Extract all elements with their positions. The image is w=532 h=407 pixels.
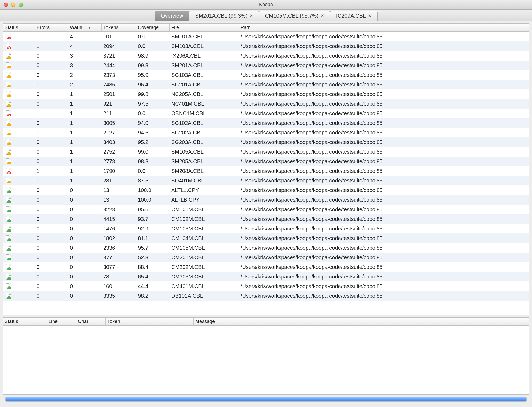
tab-label: Overview <box>161 13 183 19</box>
cell-tokens: 2444 <box>102 62 136 69</box>
warn-badge-icon: ! <box>7 162 11 164</box>
table-row[interactable]: !01340395.2SG203A.CBL/Users/kris/workspa… <box>3 137 529 147</box>
table-row[interactable]: !01275299.0SM105A.CBL/Users/kris/workspa… <box>3 147 529 157</box>
table-row[interactable]: !01212794.6SG202A.CBL/Users/kris/workspa… <box>3 128 529 137</box>
tab-file-1[interactable]: SM201A.CBL (99.3%)✕ <box>189 11 259 21</box>
table-row[interactable]: 0037752.3CM201M.CBL/Users/kris/workspace… <box>3 253 529 262</box>
table-row[interactable]: ✕141010.0SM101A.CBL/Users/kris/workspace… <box>3 32 529 41</box>
cell-coverage: 96.4 <box>136 82 170 88</box>
cell-coverage: 95.9 <box>136 72 170 78</box>
close-window-button[interactable] <box>4 3 8 7</box>
cell-errors: 0 <box>35 226 68 232</box>
cell-tokens: 2373 <box>102 72 136 78</box>
file-status-icon: ! <box>6 130 11 135</box>
error-badge-icon: ✕ <box>7 46 11 49</box>
cell-errors: 0 <box>35 216 68 222</box>
tab-label: IC209A.CBL <box>336 13 366 19</box>
tab-file-2[interactable]: CM105M.CBL (95.7%)✕ <box>259 11 330 21</box>
table-row[interactable]: !01300594.0SG102A.CBL/Users/kris/workspa… <box>3 118 529 128</box>
cell-coverage: 0.0 <box>136 34 170 40</box>
col-header-coverage[interactable]: Coverage <box>136 24 170 31</box>
table-row[interactable]: 00441593.7CM102M.CBL/Users/kris/workspac… <box>3 214 529 224</box>
col-header-warnings[interactable]: Warni… ▼ <box>68 24 102 31</box>
cell-warnings: 0 <box>68 235 102 241</box>
col-header-tokens[interactable]: Tokens <box>102 24 136 31</box>
col-header-detail-line[interactable]: Line <box>47 318 76 325</box>
cell-path: /Users/kris/workspaces/koopa/koopa-code/… <box>239 293 529 299</box>
cell-status <box>3 293 35 299</box>
table-row[interactable]: 00322895.6CM101M.CBL/Users/kris/workspac… <box>3 205 529 214</box>
cell-tokens: 2778 <box>102 158 136 165</box>
cell-path: /Users/kris/workspaces/koopa/koopa-code/… <box>239 62 529 69</box>
file-status-icon: ! <box>6 82 11 87</box>
table-row[interactable]: ✕1420940.0SM103A.CBL/Users/kris/workspac… <box>3 41 529 51</box>
cell-tokens: 1802 <box>102 235 136 241</box>
tab-close-icon[interactable]: ✕ <box>368 13 371 18</box>
tab-close-icon[interactable]: ✕ <box>321 13 324 18</box>
table-row[interactable]: !0192197.5NC401M.CBL/Users/kris/workspac… <box>3 99 529 109</box>
col-header-detail-message[interactable]: Message <box>194 318 529 325</box>
error-badge-icon: ✕ <box>7 171 11 174</box>
ok-badge-icon <box>7 200 11 203</box>
col-header-path[interactable]: Path <box>239 24 529 31</box>
table-row[interactable]: 00180281.1CM104M.CBL/Users/kris/workspac… <box>3 233 529 243</box>
cell-status: ! <box>3 101 35 107</box>
table-row[interactable]: 00333598.2DB101A.CBL/Users/kris/workspac… <box>3 291 529 301</box>
cell-coverage: 95.6 <box>136 206 170 213</box>
cell-file: CM401M.CBL <box>170 283 239 289</box>
table-row[interactable]: 0016044.4CM401M.CBL/Users/kris/workspace… <box>3 281 529 291</box>
table-row[interactable]: 00147692.9CM103M.CBL/Users/kris/workspac… <box>3 224 529 233</box>
cell-errors: 0 <box>35 53 68 59</box>
col-header-detail-token[interactable]: Token <box>106 318 194 325</box>
table-row[interactable]: 0013100.0ALTL1.CPY/Users/kris/workspaces… <box>3 185 529 195</box>
cell-coverage: 0.0 <box>136 43 170 49</box>
table-row[interactable]: !02237395.9SG103A.CBL/Users/kris/workspa… <box>3 70 529 80</box>
col-header-errors[interactable]: Errors <box>35 24 68 31</box>
table-row[interactable]: ✕1117900.0SM208A.CBL/Users/kris/workspac… <box>3 166 529 176</box>
minimize-window-button[interactable] <box>11 3 15 7</box>
warn-badge-icon: ! <box>7 94 11 97</box>
zoom-window-button[interactable] <box>19 3 23 7</box>
cell-tokens: 13 <box>102 197 136 203</box>
table-row[interactable]: 00233695.7CM105M.CBL/Users/kris/workspac… <box>3 243 529 253</box>
col-header-status[interactable]: Status <box>3 24 35 31</box>
file-status-icon: ! <box>6 149 11 155</box>
col-header-file[interactable]: File <box>170 24 239 31</box>
table-row[interactable]: !03372198.9IX206A.CBL/Users/kris/workspa… <box>3 51 529 61</box>
col-header-detail-status[interactable]: Status <box>3 318 47 325</box>
cell-warnings: 1 <box>68 168 102 174</box>
tab-close-icon[interactable]: ✕ <box>249 13 253 18</box>
col-header-detail-char[interactable]: Char <box>76 318 106 325</box>
cell-file: SQ401M.CBL <box>170 178 239 184</box>
table-row[interactable]: 007865.4CM303M.CBL/Users/kris/workspaces… <box>3 272 529 281</box>
cell-file: SG202A.CBL <box>170 130 239 136</box>
cell-errors: 0 <box>35 206 68 213</box>
tab-overview[interactable]: Overview <box>155 11 189 21</box>
details-table-body[interactable] <box>3 326 529 394</box>
cell-errors: 0 <box>35 254 68 261</box>
tab-file-3[interactable]: IC209A.CBL✕ <box>330 11 378 21</box>
cell-status <box>3 216 35 222</box>
table-row[interactable]: !01250199.8NC205A.CBL/Users/kris/workspa… <box>3 89 529 99</box>
cell-errors: 0 <box>35 130 68 136</box>
overview-table-body[interactable]: ✕141010.0SM101A.CBL/Users/kris/workspace… <box>3 32 529 315</box>
table-row[interactable]: ✕112110.0OBNC1M.CBL/Users/kris/workspace… <box>3 109 529 118</box>
cell-file: SM205A.CBL <box>170 158 239 165</box>
ok-badge-icon <box>7 286 11 289</box>
table-row[interactable]: !0128187.5SQ401M.CBL/Users/kris/workspac… <box>3 176 529 185</box>
table-row[interactable]: !02748696.4SG201A.CBL/Users/kris/workspa… <box>3 80 529 89</box>
warn-badge-icon: ! <box>7 56 11 59</box>
table-row[interactable]: !03244499.3SM201A.CBL/Users/kris/workspa… <box>3 61 529 70</box>
table-row[interactable]: !01277898.8SM205A.CBL/Users/kris/workspa… <box>3 157 529 166</box>
cell-status <box>3 235 35 241</box>
cell-status <box>3 254 35 260</box>
table-row[interactable]: 00307788.4CM202M.CBL/Users/kris/workspac… <box>3 262 529 272</box>
cell-path: /Users/kris/workspaces/koopa/koopa-code/… <box>239 245 529 251</box>
file-status-icon <box>6 254 11 260</box>
tab-label: CM105M.CBL (95.7%) <box>265 13 318 19</box>
cell-file: NC401M.CBL <box>170 101 239 107</box>
cell-errors: 0 <box>35 139 68 145</box>
cell-status <box>3 283 35 289</box>
table-row[interactable]: 0013100.0ALTLB.CPY/Users/kris/workspaces… <box>3 195 529 205</box>
cell-file: SM208A.CBL <box>170 168 239 174</box>
